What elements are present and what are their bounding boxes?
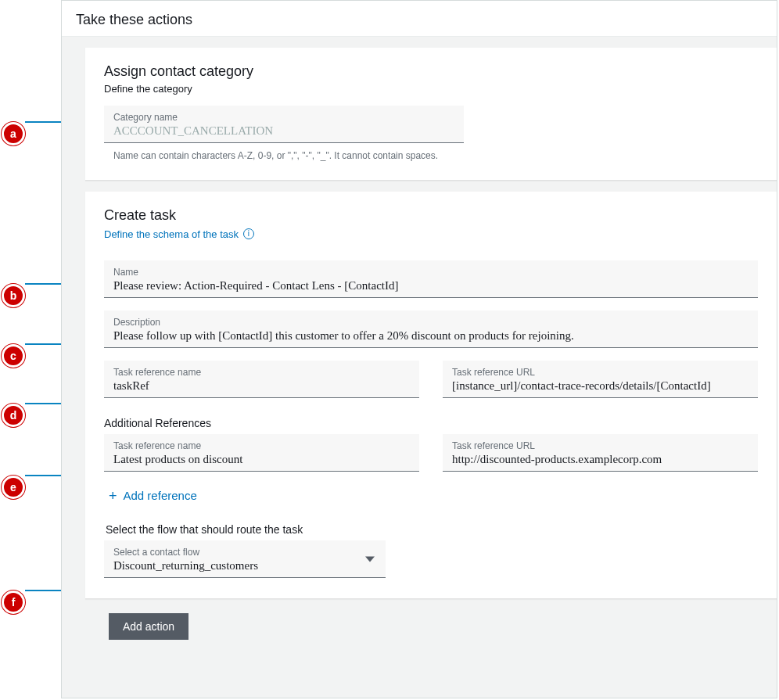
task-name-label: Name <box>113 267 748 278</box>
additional-ref-url-label: Task reference URL <box>452 440 748 451</box>
task-title: Create task <box>104 207 758 224</box>
assign-category-card: Assign contact category Define the categ… <box>85 48 777 181</box>
plus-icon: + <box>109 489 117 503</box>
panel-title: Take these actions <box>62 1 777 37</box>
assign-title: Assign contact category <box>104 63 758 80</box>
task-ref-url-label: Task reference URL <box>452 367 748 378</box>
task-description-value: Please follow up with [ContactId] this c… <box>113 329 748 343</box>
assign-subtitle: Define the category <box>104 83 758 95</box>
additional-ref-name-value: Latest products on discount <box>113 453 410 466</box>
actions-panel: Take these actions Assign contact catego… <box>61 0 777 698</box>
contact-flow-value: Discount_returning_customers <box>113 559 376 573</box>
category-name-input[interactable]: Category name ACCCOUNT_CANCELLATION <box>104 106 464 143</box>
task-ref-url-input[interactable]: Task reference URL [instance_url]/contac… <box>443 361 758 398</box>
info-icon[interactable]: i <box>243 228 254 239</box>
contact-flow-select[interactable]: Select a contact flow Discount_returning… <box>104 540 386 578</box>
category-name-label: Category name <box>113 112 454 123</box>
additional-ref-name-label: Task reference name <box>113 440 410 451</box>
add-reference-button[interactable]: + Add reference <box>104 475 202 506</box>
contact-flow-label: Select a contact flow <box>113 547 376 558</box>
task-subtitle: Define the schema of the task i <box>104 228 254 240</box>
task-ref-name-input[interactable]: Task reference name taskRef <box>104 361 419 398</box>
additional-ref-url-input[interactable]: Task reference URL http://discounted-pro… <box>443 434 758 472</box>
task-ref-name-value: taskRef <box>113 379 410 393</box>
flow-prompt: Select the flow that should route the ta… <box>106 523 758 536</box>
chevron-down-icon <box>365 556 375 562</box>
add-action-button[interactable]: Add action <box>109 613 188 640</box>
task-name-input[interactable]: Name Please review: Action-Required - Co… <box>104 260 758 298</box>
create-task-card: Create task Define the schema of the tas… <box>85 192 777 599</box>
additional-ref-url-value: http://discounted-products.examplecorp.c… <box>452 453 748 466</box>
task-ref-url-value: [instance_url]/contact-trace-records/det… <box>452 379 748 393</box>
task-description-label: Description <box>113 317 748 328</box>
category-name-value: ACCCOUNT_CANCELLATION <box>113 124 454 138</box>
additional-ref-name-input[interactable]: Task reference name Latest products on d… <box>104 434 419 472</box>
task-ref-name-label: Task reference name <box>113 367 410 378</box>
additional-references-title: Additional References <box>104 417 758 429</box>
task-name-value: Please review: Action-Required - Contact… <box>113 279 748 293</box>
category-name-hint: Name can contain characters A-Z, 0-9, or… <box>104 146 464 163</box>
add-reference-label: Add reference <box>124 489 197 502</box>
task-description-input[interactable]: Description Please follow up with [Conta… <box>104 311 758 348</box>
